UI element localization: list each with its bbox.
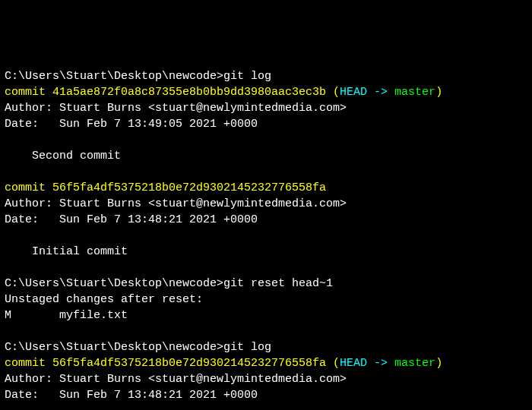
command-text: git reset head~1 — [223, 277, 333, 290]
commit-hash: 56f5fa4df5375218b0e72d9302145232776558fa — [52, 357, 326, 370]
ref-head: HEAD -> — [340, 86, 394, 99]
blank-line — [5, 260, 527, 276]
commit-hash: 56f5fa4df5375218b0e72d9302145232776558fa — [52, 181, 326, 194]
commit-line: commit 56f5fa4df5375218b0e72d93021452327… — [5, 180, 527, 196]
commit-label: commit — [5, 357, 52, 370]
command-text: git log — [223, 341, 271, 354]
reset-output: Unstaged changes after reset: — [5, 292, 527, 308]
commit-line: commit 41a5ae872f0a8c87355e8b0bb9dd3980a… — [5, 84, 527, 100]
commit-message: Second commit — [5, 148, 527, 164]
ref-branch: master — [394, 86, 435, 99]
author-line: Author: Stuart Burns <stuart@newlyminted… — [5, 100, 527, 116]
prompt-path: C:\Users\Stuart\Desktop\newcode> — [5, 277, 223, 290]
prompt-path: C:\Users\Stuart\Desktop\newcode> — [5, 70, 223, 83]
ref-close: ) — [435, 357, 442, 370]
command-text: git log — [223, 70, 271, 83]
commit-label: commit — [5, 86, 52, 99]
author-line: Author: Stuart Burns <stuart@newlyminted… — [5, 196, 527, 212]
prompt-line: C:\Users\Stuart\Desktop\newcode>git rese… — [5, 276, 527, 292]
ref-open: ( — [326, 86, 340, 99]
date-line: Date: Sun Feb 7 13:49:05 2021 +0000 — [5, 116, 527, 132]
blank-line — [5, 323, 527, 339]
ref-open: ( — [326, 357, 340, 370]
date-line: Date: Sun Feb 7 13:48:21 2021 +0000 — [5, 387, 527, 403]
ref-head: HEAD -> — [340, 357, 394, 370]
prompt-line: C:\Users\Stuart\Desktop\newcode>git log — [5, 339, 527, 355]
commit-line: commit 56f5fa4df5375218b0e72d93021452327… — [5, 355, 527, 371]
reset-file: M myfile.txt — [5, 308, 527, 323]
commit-label: commit — [5, 181, 52, 194]
ref-branch: master — [394, 357, 435, 370]
blank-line — [5, 228, 527, 244]
date-line: Date: Sun Feb 7 13:48:21 2021 +0000 — [5, 212, 527, 228]
terminal-output[interactable]: C:\Users\Stuart\Desktop\newcode>git logc… — [5, 68, 527, 410]
prompt-line: C:\Users\Stuart\Desktop\newcode>git log — [5, 68, 527, 84]
blank-line — [5, 403, 527, 410]
ref-close: ) — [435, 86, 442, 99]
commit-message: Initial commit — [5, 244, 527, 260]
blank-line — [5, 132, 527, 148]
blank-line — [5, 164, 527, 180]
prompt-path: C:\Users\Stuart\Desktop\newcode> — [5, 341, 223, 354]
commit-hash: 41a5ae872f0a8c87355e8b0bb9dd3980aac3ec3b — [52, 86, 326, 99]
author-line: Author: Stuart Burns <stuart@newlyminted… — [5, 371, 527, 387]
